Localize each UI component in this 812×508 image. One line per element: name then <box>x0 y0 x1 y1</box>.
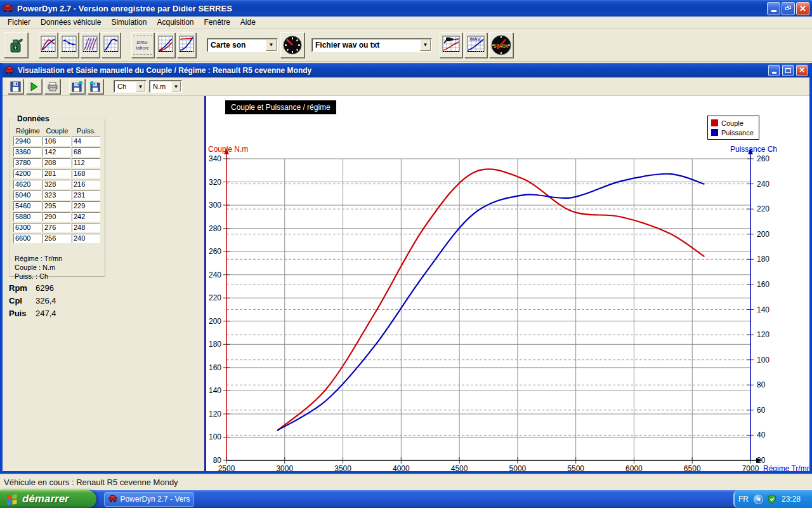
donnees-groupbox: Données RégimeCouplePuiss. 2940106443360… <box>9 119 105 277</box>
close-button[interactable]: ✕ <box>796 2 809 15</box>
printer-icon <box>47 81 58 92</box>
language-indicator[interactable]: FR <box>738 495 749 504</box>
data-cell[interactable]: 240 <box>72 234 100 243</box>
data-cell[interactable]: 6600 <box>13 234 42 243</box>
data-cell[interactable]: 5040 <box>13 190 42 200</box>
left-axis-tick-label: 180 <box>209 340 221 349</box>
print-button[interactable] <box>44 79 60 94</box>
menu-item-donn-es-v-hicule[interactable]: Données véhicule <box>36 17 106 27</box>
taskbar-item-powerdyn[interactable]: PowerDyn 2.7 - Versi... <box>104 492 194 507</box>
x-axis-tick-label: 4500 <box>451 464 468 471</box>
file-source-select[interactable]: Fichier wav ou txt ▼ <box>311 38 432 52</box>
child-minimize-button[interactable] <box>768 65 780 76</box>
tray-status-icon[interactable] <box>767 494 777 504</box>
data-cell[interactable]: 276 <box>43 223 71 232</box>
data-cell[interactable]: 3780 <box>13 158 42 168</box>
left-axis-tick-label: 280 <box>209 224 221 233</box>
data-cell[interactable]: 231 <box>72 190 100 200</box>
left-axis-tick-label: 100 <box>209 432 221 441</box>
menu-item-fen-tre[interactable]: Fenêtre <box>199 17 235 27</box>
readout-value: 6296 <box>36 283 54 293</box>
graph-points-button[interactable] <box>60 32 79 58</box>
unit-notes: Régime : Tr/mnCouple : N.mPuiss. : Ch <box>15 254 62 281</box>
right-axis-tick-label: 160 <box>757 280 769 289</box>
graph-two-curves-button[interactable] <box>156 32 175 58</box>
task-app-icon <box>108 495 117 503</box>
readout-label: Puis <box>9 309 36 318</box>
wav-graph-button[interactable]: WAV <box>464 32 487 58</box>
data-cell[interactable]: 281 <box>43 169 71 178</box>
menu-item-fichier[interactable]: Fichier <box>3 17 36 27</box>
graph-blue-curve-button[interactable] <box>102 32 121 58</box>
readout-value: 247,4 <box>36 309 56 318</box>
child-toolbar: Ch ▼ N.m ▼ <box>3 77 809 96</box>
gauge-button[interactable] <box>280 32 304 58</box>
child-maximize-button[interactable] <box>782 65 794 76</box>
data-cell[interactable]: 68 <box>72 147 100 157</box>
graph-multi-lines-button[interactable] <box>81 32 100 58</box>
oil-can-button[interactable] <box>4 32 28 58</box>
import-file-button[interactable] <box>69 79 85 94</box>
dropdown-arrow-icon: ▼ <box>420 39 431 51</box>
data-cell[interactable]: 5880 <box>13 212 42 222</box>
run-button[interactable] <box>26 79 42 94</box>
data-cell[interactable]: 290 <box>43 212 71 222</box>
file-source-value: Fichier wav ou txt <box>315 41 379 50</box>
readout-label: Rpm <box>9 283 36 293</box>
minimize-button[interactable] <box>767 2 780 15</box>
left-axis-tick-label: 80 <box>213 456 222 465</box>
acquisition-graph-button[interactable] <box>440 32 462 58</box>
sound-card-select[interactable]: Carte son ▼ <box>207 38 278 52</box>
oil-can-icon <box>8 36 24 55</box>
start-button[interactable]: démarrer <box>0 490 96 508</box>
data-cell[interactable]: 3360 <box>13 147 42 157</box>
data-cell[interactable]: 248 <box>72 223 100 232</box>
stack-gauge-button[interactable]: STACK <box>489 32 513 58</box>
live-readouts: Rpm6296Cpl326,4Puis247,4 <box>9 281 56 319</box>
power-unit-select[interactable]: Ch ▼ <box>114 80 147 93</box>
data-cell[interactable]: 5460 <box>13 201 42 211</box>
data-cell[interactable]: 2940 <box>13 137 42 146</box>
menu-item-simulation[interactable]: Simulation <box>106 17 152 27</box>
main-toolbar: simu- lation: Carte son ▼ <box>0 29 812 62</box>
graph-torque-power-button[interactable] <box>39 32 58 58</box>
data-cell[interactable]: 242 <box>72 212 100 222</box>
graph-crossing-curves-button[interactable] <box>177 32 196 58</box>
save-icon <box>10 81 21 92</box>
data-cell[interactable]: 229 <box>72 201 100 211</box>
table-row: 336014268 <box>13 147 102 157</box>
torque-unit-select[interactable]: N.m ▼ <box>149 80 182 93</box>
data-cell[interactable]: 4200 <box>13 169 42 178</box>
data-cell[interactable]: 168 <box>72 169 100 178</box>
data-cell[interactable]: 106 <box>43 137 71 146</box>
save-button[interactable] <box>8 79 23 94</box>
data-cell[interactable]: 328 <box>43 180 71 189</box>
groupbox-title: Données <box>15 114 52 123</box>
data-cell[interactable]: 6300 <box>13 223 42 232</box>
data-cell[interactable]: 295 <box>43 201 71 211</box>
simulation-button[interactable]: simu- lation: <box>131 32 154 58</box>
data-cell[interactable]: 4620 <box>13 180 42 189</box>
hide-icons-button[interactable]: ◄ <box>754 495 763 504</box>
wav-graph-icon: WAV <box>467 36 485 55</box>
right-axis-tick-label: 60 <box>757 406 766 415</box>
menu-item-aide[interactable]: Aide <box>235 17 261 27</box>
data-cell[interactable]: 44 <box>72 137 100 146</box>
menu-item-acquisition[interactable]: Acquisition <box>152 17 199 27</box>
child-close-button[interactable]: ✕ <box>796 65 808 76</box>
data-cell[interactable]: 216 <box>72 180 100 189</box>
gauge-icon <box>282 35 303 55</box>
data-cell[interactable]: 323 <box>43 190 71 200</box>
x-axis-tick-label: 4000 <box>393 464 410 471</box>
export-file-button[interactable] <box>88 79 103 94</box>
data-cell[interactable]: 208 <box>43 158 71 168</box>
x-axis-tick-label: 7000 <box>742 464 759 471</box>
data-cell[interactable]: 142 <box>43 147 71 157</box>
data-cell[interactable]: 112 <box>72 158 100 168</box>
graph-plug-icon <box>442 36 460 55</box>
x-axis-tick-label: 6000 <box>625 464 643 471</box>
table-row: 4200281168 <box>13 169 102 178</box>
desktop: PowerDyn 2.7 - Version enregistrée par D… <box>0 0 812 508</box>
restore-button[interactable] <box>782 2 795 15</box>
data-cell[interactable]: 256 <box>43 234 71 243</box>
